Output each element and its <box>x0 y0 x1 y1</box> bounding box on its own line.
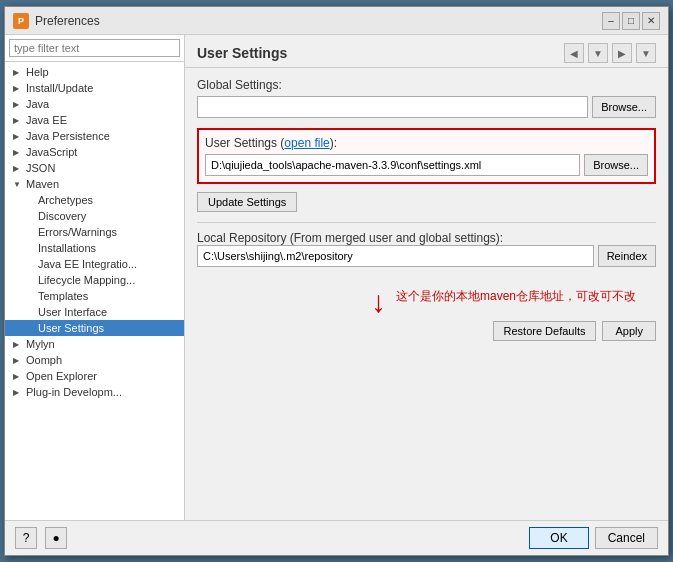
sidebar-item-label: JavaScript <box>26 146 77 158</box>
expand-arrow: ▶ <box>13 388 23 397</box>
sidebar-item-javascript[interactable]: ▶ JavaScript <box>5 144 184 160</box>
user-settings-highlighted-section: User Settings (open file): Browse... <box>197 128 656 184</box>
sidebar-item-label: Maven <box>26 178 59 190</box>
sidebar-item-java[interactable]: ▶ Java <box>5 96 184 112</box>
separator <box>197 222 656 223</box>
sidebar-item-label: Oomph <box>26 354 62 366</box>
sidebar-item-errors-warnings[interactable]: Errors/Warnings <box>5 224 184 240</box>
page-title: User Settings <box>197 45 287 61</box>
annotation-area: ↓ 这个是你的本地maven仓库地址，可改可不改 <box>197 277 656 317</box>
global-browse-button[interactable]: Browse... <box>592 96 656 118</box>
sidebar-item-templates[interactable]: Templates <box>5 288 184 304</box>
annotation-container: ↓ 这个是你的本地maven仓库地址，可改可不改 <box>371 277 636 317</box>
sidebar-item-label: Java <box>26 98 49 110</box>
expand-arrow: ▶ <box>13 68 23 77</box>
arrow-annotation: ↓ <box>371 277 386 317</box>
sidebar-item-oomph[interactable]: ▶ Oomph <box>5 352 184 368</box>
sidebar-item-label: Installations <box>38 242 96 254</box>
forward-button[interactable]: ▶ <box>612 43 632 63</box>
sidebar-item-json[interactable]: ▶ JSON <box>5 160 184 176</box>
sidebar-item-label: Mylyn <box>26 338 55 350</box>
expand-arrow: ▶ <box>13 84 23 93</box>
user-browse-button[interactable]: Browse... <box>584 154 648 176</box>
sidebar-item-label: User Settings <box>38 322 104 334</box>
preferences-icon-button[interactable]: ● <box>45 527 67 549</box>
global-settings-label: Global Settings: <box>197 78 656 92</box>
sidebar-item-label: Java Persistence <box>26 130 110 142</box>
sidebar-item-label: Java EE <box>26 114 67 126</box>
sidebar-item-label: Install/Update <box>26 82 93 94</box>
sidebar-item-label: Plug-in Developm... <box>26 386 122 398</box>
apply-button[interactable]: Apply <box>602 321 656 341</box>
annotation-text: 这个是你的本地maven仓库地址，可改可不改 <box>396 287 636 305</box>
footer-left: ? ● <box>15 527 67 549</box>
sidebar-item-lifecycle-mapping[interactable]: Lifecycle Mapping... <box>5 272 184 288</box>
footer-right: OK Cancel <box>529 527 658 549</box>
dialog-footer: ? ● OK Cancel <box>5 520 668 555</box>
local-repo-input[interactable] <box>197 245 594 267</box>
menu-button[interactable]: ▼ <box>636 43 656 63</box>
restore-defaults-button[interactable]: Restore Defaults <box>493 321 597 341</box>
sidebar-item-user-interface[interactable]: User Interface <box>5 304 184 320</box>
filter-input[interactable] <box>9 39 180 57</box>
sidebar-item-label: Archetypes <box>38 194 93 206</box>
sidebar-item-open-explorer[interactable]: ▶ Open Explorer <box>5 368 184 384</box>
dialog-icon: P <box>13 13 29 29</box>
sidebar-item-label: Errors/Warnings <box>38 226 117 238</box>
global-settings-section: Global Settings: Browse... <box>197 78 656 118</box>
down-arrow-icon: ↓ <box>371 287 386 317</box>
ok-button[interactable]: OK <box>529 527 588 549</box>
help-icon-button[interactable]: ? <box>15 527 37 549</box>
sidebar-item-java-ee[interactable]: ▶ Java EE <box>5 112 184 128</box>
close-button[interactable]: ✕ <box>642 12 660 30</box>
expand-arrow: ▶ <box>13 356 23 365</box>
sidebar-item-label: Open Explorer <box>26 370 97 382</box>
user-settings-input[interactable] <box>205 154 580 176</box>
sidebar-item-help[interactable]: ▶ Help <box>5 64 184 80</box>
update-settings-button[interactable]: Update Settings <box>197 192 297 212</box>
content-area: Global Settings: Browse... User Settings… <box>185 68 668 520</box>
sidebar-item-mylyn[interactable]: ▶ Mylyn <box>5 336 184 352</box>
expand-arrow: ▶ <box>13 132 23 141</box>
user-settings-row: Browse... <box>205 154 648 176</box>
dialog-title: Preferences <box>35 14 100 28</box>
title-controls: – □ ✕ <box>602 12 660 30</box>
local-repo-section: Local Repository (From merged user and g… <box>197 231 656 267</box>
sidebar-item-label: Lifecycle Mapping... <box>38 274 135 286</box>
tree: ▶ Help ▶ Install/Update ▶ Java ▶ Java EE <box>5 62 184 520</box>
expand-arrow: ▶ <box>13 164 23 173</box>
title-bar: P Preferences – □ ✕ <box>5 7 668 35</box>
sidebar-item-label: User Interface <box>38 306 107 318</box>
header-nav: ◀ ▼ ▶ ▼ <box>564 43 656 63</box>
sidebar: ▶ Help ▶ Install/Update ▶ Java ▶ Java EE <box>5 35 185 520</box>
sidebar-item-java-ee-integration[interactable]: Java EE Integratio... <box>5 256 184 272</box>
sidebar-item-user-settings[interactable]: User Settings <box>5 320 184 336</box>
sidebar-item-installations[interactable]: Installations <box>5 240 184 256</box>
preferences-dialog: P Preferences – □ ✕ ▶ Help ▶ <box>4 6 669 556</box>
user-settings-label: User Settings (open file): <box>205 136 648 150</box>
sidebar-item-label: Help <box>26 66 49 78</box>
cancel-button[interactable]: Cancel <box>595 527 658 549</box>
global-settings-row: Browse... <box>197 96 656 118</box>
bottom-actions: Restore Defaults Apply <box>197 321 656 341</box>
content-header: User Settings ◀ ▼ ▶ ▼ <box>185 35 668 68</box>
sidebar-item-plugin-development[interactable]: ▶ Plug-in Developm... <box>5 384 184 400</box>
maximize-button[interactable]: □ <box>622 12 640 30</box>
expand-arrow: ▶ <box>13 116 23 125</box>
title-bar-left: P Preferences <box>13 13 100 29</box>
minimize-button[interactable]: – <box>602 12 620 30</box>
dropdown-button[interactable]: ▼ <box>588 43 608 63</box>
sidebar-item-discovery[interactable]: Discovery <box>5 208 184 224</box>
local-repo-label: Local Repository (From merged user and g… <box>197 231 503 245</box>
open-file-link[interactable]: open file <box>284 136 329 150</box>
sidebar-item-archetypes[interactable]: Archetypes <box>5 192 184 208</box>
reindex-button[interactable]: Reindex <box>598 245 656 267</box>
global-settings-input[interactable] <box>197 96 588 118</box>
sidebar-item-java-persistence[interactable]: ▶ Java Persistence <box>5 128 184 144</box>
expand-arrow: ▶ <box>13 340 23 349</box>
back-button[interactable]: ◀ <box>564 43 584 63</box>
sidebar-item-install-update[interactable]: ▶ Install/Update <box>5 80 184 96</box>
expand-arrow: ▶ <box>13 372 23 381</box>
dialog-body: ▶ Help ▶ Install/Update ▶ Java ▶ Java EE <box>5 35 668 520</box>
sidebar-item-maven[interactable]: ▼ Maven <box>5 176 184 192</box>
